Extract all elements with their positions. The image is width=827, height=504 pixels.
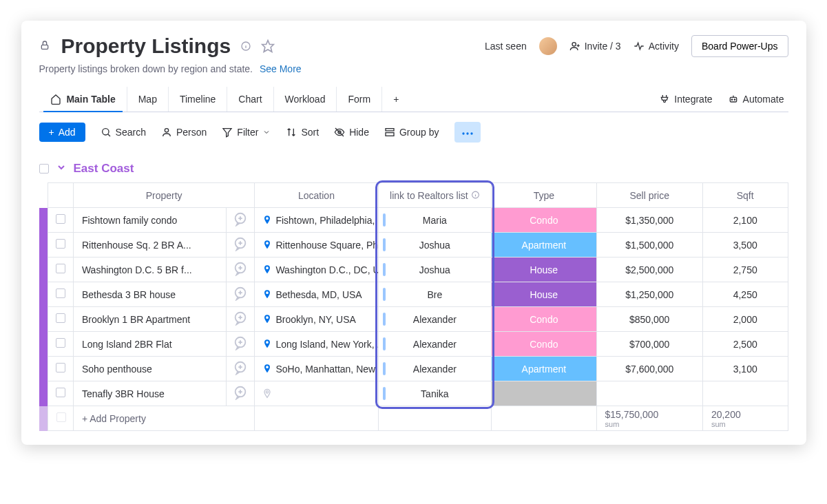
realtor-cell[interactable]: Joshua — [378, 258, 492, 282]
table-row[interactable]: Tenafly 3BR HouseTanika — [39, 381, 788, 406]
price-cell[interactable]: $850,000 — [596, 307, 702, 332]
row-checkbox[interactable] — [56, 239, 65, 249]
row-checkbox[interactable] — [56, 288, 65, 298]
realtor-cell[interactable]: Maria — [378, 208, 492, 233]
price-cell[interactable]: $2,500,000 — [596, 258, 702, 282]
tab-form[interactable]: Form — [337, 87, 382, 112]
power-ups-button[interactable]: Board Power-Ups — [691, 35, 788, 57]
price-cell[interactable] — [596, 381, 702, 406]
person-tool[interactable]: Person — [161, 127, 207, 138]
row-checkbox[interactable] — [56, 313, 65, 323]
add-property-row[interactable]: + Add Property $15,750,000sum 20,200sum — [39, 406, 788, 431]
type-cell[interactable]: Condo — [492, 332, 596, 357]
comment-button[interactable] — [227, 381, 255, 406]
see-more-link[interactable]: See More — [260, 63, 302, 74]
sqft-cell[interactable] — [702, 381, 788, 406]
hide-tool[interactable]: Hide — [334, 127, 369, 138]
col-location[interactable]: Location — [255, 183, 378, 208]
sqft-cell[interactable]: 3,500 — [702, 233, 788, 258]
sqft-cell[interactable]: 2,750 — [702, 258, 788, 282]
property-cell[interactable]: Tenafly 3BR House — [73, 381, 226, 406]
row-checkbox[interactable] — [56, 214, 65, 224]
realtor-cell[interactable]: Alexander — [378, 307, 492, 332]
sqft-cell[interactable]: 2,000 — [702, 307, 788, 332]
sqft-cell[interactable]: 2,100 — [702, 208, 788, 233]
location-cell[interactable]: Washington D.C., DC, U... — [255, 258, 378, 282]
activity-button[interactable]: Activity — [634, 41, 679, 52]
group-name[interactable]: East Coast — [74, 162, 134, 176]
col-property[interactable]: Property — [73, 183, 255, 208]
comment-button[interactable] — [227, 258, 255, 282]
col-type[interactable]: Type — [492, 183, 596, 208]
price-cell[interactable]: $1,250,000 — [596, 282, 702, 307]
search-tool[interactable]: Search — [101, 127, 146, 138]
table-row[interactable]: Soho penthouseSoHo, Manhattan, New ...Al… — [39, 357, 788, 381]
comment-button[interactable] — [227, 307, 255, 332]
comment-button[interactable] — [227, 357, 255, 381]
sort-tool[interactable]: Sort — [286, 127, 319, 138]
tab-timeline[interactable]: Timeline — [169, 87, 227, 112]
integrate-button[interactable]: Integrate — [659, 94, 712, 105]
location-cell[interactable]: Brooklyn, NY, USA — [255, 307, 378, 332]
price-cell[interactable]: $1,500,000 — [596, 233, 702, 258]
property-cell[interactable]: Soho penthouse — [73, 357, 226, 381]
property-cell[interactable]: Brooklyn 1 BR Apartment — [73, 307, 226, 332]
comment-button[interactable] — [227, 282, 255, 307]
table-row[interactable]: Washington D.C. 5 BR f...Washington D.C.… — [39, 258, 788, 282]
realtor-cell[interactable]: Alexander — [378, 357, 492, 381]
col-realtor[interactable]: link to Realtors list — [378, 183, 492, 208]
type-cell[interactable]: Condo — [492, 208, 596, 233]
tab-main-table[interactable]: Main Table — [39, 87, 127, 112]
filter-tool[interactable]: Filter — [222, 127, 271, 138]
price-cell[interactable]: $7,600,000 — [596, 357, 702, 381]
groupby-tool[interactable]: Group by — [384, 127, 439, 138]
location-cell[interactable] — [255, 381, 378, 406]
location-cell[interactable]: Rittenhouse Square, Ph... — [255, 233, 378, 258]
realtor-cell[interactable]: Joshua — [378, 233, 492, 258]
type-cell[interactable]: Apartment — [492, 357, 596, 381]
type-cell[interactable] — [492, 381, 596, 406]
property-cell[interactable]: Bethesda 3 BR house — [73, 282, 226, 307]
location-cell[interactable]: Fishtown, Philadelphia, ... — [255, 208, 378, 233]
realtor-cell[interactable]: Tanika — [378, 381, 492, 406]
realtor-cell[interactable]: Bre — [378, 282, 492, 307]
tab-workload[interactable]: Workload — [274, 87, 337, 112]
type-cell[interactable]: Apartment — [492, 233, 596, 258]
type-cell[interactable]: House — [492, 258, 596, 282]
automate-button[interactable]: Automate — [728, 94, 784, 105]
row-checkbox[interactable] — [56, 363, 65, 372]
info-icon[interactable] — [240, 41, 251, 52]
comment-button[interactable] — [227, 332, 255, 357]
price-cell[interactable]: $700,000 — [596, 332, 702, 357]
realtor-cell[interactable]: Alexander — [378, 332, 492, 357]
comment-button[interactable] — [227, 233, 255, 258]
group-checkbox[interactable] — [39, 164, 49, 174]
type-cell[interactable]: House — [492, 282, 596, 307]
sqft-cell[interactable]: 2,500 — [702, 332, 788, 357]
collapse-icon[interactable] — [56, 162, 67, 176]
add-view-button[interactable]: + — [382, 87, 410, 112]
table-row[interactable]: Rittenhouse Sq. 2 BR A...Rittenhouse Squ… — [39, 233, 788, 258]
row-checkbox[interactable] — [56, 264, 65, 273]
tab-map[interactable]: Map — [127, 87, 169, 112]
type-cell[interactable]: Condo — [492, 307, 596, 332]
tab-chart[interactable]: Chart — [227, 87, 273, 112]
sqft-cell[interactable]: 4,250 — [702, 282, 788, 307]
location-cell[interactable]: Bethesda, MD, USA — [255, 282, 378, 307]
star-icon[interactable] — [261, 39, 275, 53]
row-checkbox[interactable] — [56, 338, 65, 348]
comment-button[interactable] — [227, 208, 255, 233]
table-row[interactable]: Brooklyn 1 BR ApartmentBrooklyn, NY, USA… — [39, 307, 788, 332]
property-cell[interactable]: Rittenhouse Sq. 2 BR A... — [73, 233, 226, 258]
property-cell[interactable]: Washington D.C. 5 BR f... — [73, 258, 226, 282]
table-row[interactable]: Bethesda 3 BR houseBethesda, MD, USABreH… — [39, 282, 788, 307]
property-cell[interactable]: Long Island 2BR Flat — [73, 332, 226, 357]
table-row[interactable]: Fishtown family condoFishtown, Philadelp… — [39, 208, 788, 233]
col-sqft[interactable]: Sqft — [702, 183, 788, 208]
price-cell[interactable]: $1,350,000 — [596, 208, 702, 233]
row-checkbox[interactable] — [56, 388, 65, 397]
col-price[interactable]: Sell price — [596, 183, 702, 208]
more-options-button[interactable] — [454, 122, 481, 143]
invite-button[interactable]: Invite / 3 — [569, 41, 621, 52]
property-cell[interactable]: Fishtown family condo — [73, 208, 226, 233]
